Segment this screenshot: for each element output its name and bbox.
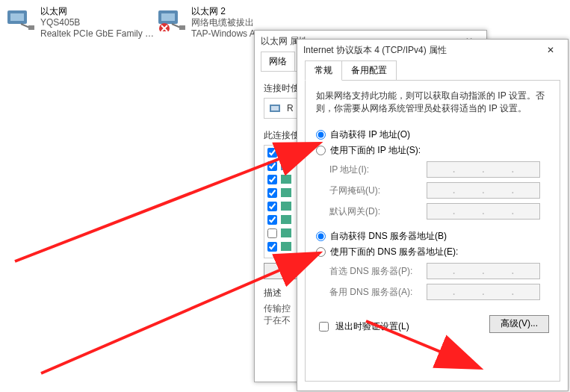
svg-rect-16 <box>281 242 291 251</box>
adapter-name: 以太网 2 <box>191 6 273 17</box>
tab-network[interactable]: 网络 <box>261 52 295 71</box>
svg-rect-2 <box>28 25 34 30</box>
svg-point-6 <box>159 23 170 31</box>
subnet-mask-input: ... <box>427 182 540 199</box>
dns1-input: ... <box>427 263 540 279</box>
radio-manual-dns[interactable] <box>316 247 326 257</box>
svg-rect-1 <box>10 13 24 21</box>
svg-rect-12 <box>281 188 291 197</box>
radio-manual-ip-row[interactable]: 使用下面的 IP 地址(S): <box>316 144 549 157</box>
radio-auto-ip[interactable] <box>316 130 326 140</box>
svg-rect-5 <box>179 25 185 30</box>
radio-auto-ip-row[interactable]: 自动获得 IP 地址(O) <box>316 128 549 141</box>
client-icon <box>280 161 292 171</box>
dialog-title: Internet 协议版本 4 (TCP/IPv4) 属性 <box>303 44 447 57</box>
ipv4-properties-dialog: Internet 协议版本 4 (TCP/IPv4) 属性 ✕ 常规 备用配置 … <box>297 39 569 391</box>
gateway-input: ... <box>427 203 540 220</box>
close-icon[interactable]: ✕ <box>539 45 562 55</box>
radio-manual-ip[interactable] <box>316 146 326 155</box>
protocol-icon <box>280 201 292 211</box>
client-icon <box>280 147 292 158</box>
ip-address-label: IP 地址(I): <box>329 164 427 176</box>
radio-auto-dns[interactable] <box>316 231 326 241</box>
ip-address-input: ... <box>427 161 540 178</box>
svg-rect-10 <box>281 161 291 170</box>
svg-rect-15 <box>281 228 291 237</box>
protocol-icon <box>280 241 292 252</box>
adapter-status: 网络电缆被拔出 <box>191 17 273 28</box>
service-icon <box>280 174 292 184</box>
protocol-icon <box>280 214 292 225</box>
svg-rect-8 <box>271 106 279 111</box>
radio-auto-dns-row[interactable]: 自动获得 DNS 服务器地址(B) <box>316 230 549 243</box>
protocol-icon <box>280 187 292 198</box>
adapter-ethernet[interactable]: 以太网 YQS405B Realtek PCIe GbE Family Cont… <box>6 6 155 40</box>
svg-rect-4 <box>161 13 175 21</box>
info-text: 如果网络支持此功能，则可以获取自动指派的 IP 设置。否则，你需要从网络系统管理… <box>316 90 549 115</box>
svg-rect-13 <box>281 202 291 211</box>
advanced-button[interactable]: 高级(V)... <box>489 315 549 333</box>
subnet-mask-label: 子网掩码(U): <box>329 184 427 197</box>
adapter-name: 以太网 <box>40 6 160 17</box>
svg-rect-9 <box>281 148 291 157</box>
svg-rect-11 <box>281 175 291 184</box>
validate-on-exit-row[interactable]: 退出时验证设置(L) <box>316 320 409 334</box>
network-adapter-icon <box>6 6 36 31</box>
dns1-label: 首选 DNS 服务器(P): <box>329 265 427 278</box>
tab-general[interactable]: 常规 <box>305 60 342 81</box>
dns2-input: ... <box>427 284 540 300</box>
tab-alternate[interactable]: 备用配置 <box>341 60 397 81</box>
validate-checkbox[interactable] <box>319 322 329 332</box>
adapter-status: YQS405B <box>40 17 160 28</box>
adapter-desc: Realtek PCIe GbE Family Contr... <box>40 28 160 40</box>
nic-icon <box>269 103 282 113</box>
gateway-label: 默认网关(D): <box>329 205 427 218</box>
protocol-icon <box>280 228 292 238</box>
svg-rect-14 <box>281 215 291 224</box>
network-adapter-disabled-icon <box>157 6 187 31</box>
radio-manual-dns-row[interactable]: 使用下面的 DNS 服务器地址(E): <box>316 246 549 258</box>
dns2-label: 备用 DNS 服务器(A): <box>329 286 427 299</box>
